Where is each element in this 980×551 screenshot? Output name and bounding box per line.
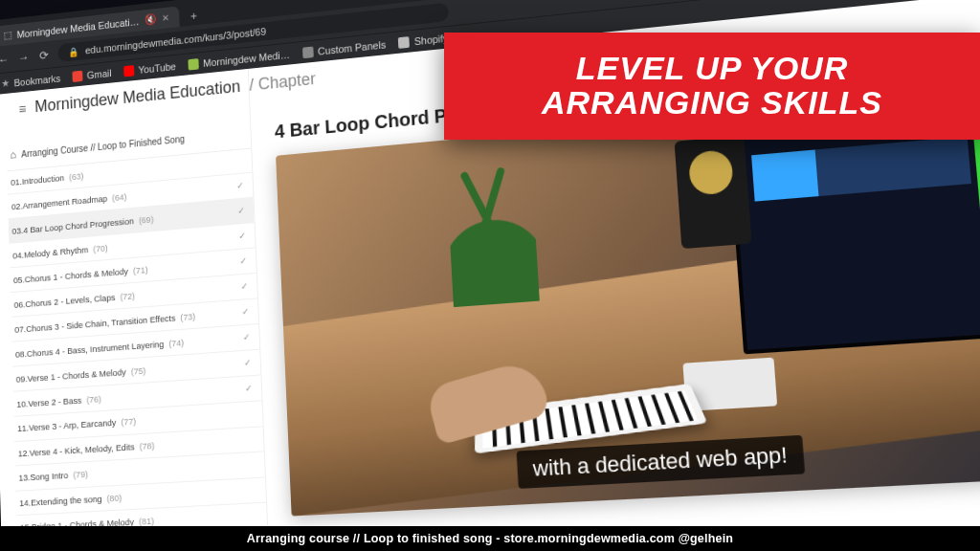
bookmark-item[interactable]: Gmail (72, 67, 111, 81)
bookmark-label: Bookmarks (13, 73, 60, 88)
banner-line1: Level up your (576, 52, 848, 86)
lesson-count: (70) (93, 242, 108, 253)
lesson-count: (81) (139, 516, 154, 527)
check-icon: ✓ (238, 231, 246, 242)
back-icon[interactable]: ← (0, 53, 10, 66)
lesson-count: (63) (69, 170, 83, 182)
lesson-count: (79) (73, 469, 88, 480)
tab-close-icon[interactable]: ✕ (162, 12, 169, 23)
lesson-count: (72) (120, 290, 135, 301)
tab-mute-icon[interactable]: 🔇 (145, 13, 157, 27)
lesson-sidebar: ⌂ Arranging Course // Loop to Finished S… (0, 69, 271, 551)
check-icon: ✓ (244, 358, 252, 369)
lesson-count: (69) (139, 213, 154, 225)
bookmark-favicon (123, 65, 134, 77)
check-icon: ✓ (242, 332, 250, 343)
bookmark-favicon (72, 70, 82, 81)
lesson-count: (74) (168, 337, 184, 348)
bookmark-label: Custom Panels (318, 38, 386, 56)
video-speaker (675, 135, 752, 249)
lesson-count: (78) (140, 440, 155, 452)
breadcrumb-text: Arranging Course // Loop to Finished Son… (21, 133, 185, 159)
bookmark-label: Gmail (87, 67, 112, 80)
home-icon[interactable]: ⌂ (10, 148, 16, 162)
lesson-count: (73) (180, 311, 195, 322)
check-icon: ✓ (239, 255, 247, 267)
bookmark-item[interactable]: Shopify (398, 32, 449, 48)
lesson-count: (80) (106, 492, 122, 503)
lesson-video[interactable]: with a dedicated web app! (276, 87, 980, 517)
check-icon: ✓ (236, 181, 244, 192)
check-icon: ✓ (245, 383, 253, 394)
bookmark-label: YouTube (138, 60, 176, 75)
new-tab-button[interactable]: ＋ (182, 5, 205, 26)
lesson-count: (71) (133, 264, 148, 276)
forward-icon[interactable]: → (17, 50, 30, 63)
lock-icon: 🔒 (68, 46, 78, 56)
lesson-count: (76) (86, 393, 101, 405)
bookmark-favicon (398, 36, 410, 49)
lesson-count: (64) (112, 191, 127, 203)
bookmark-item[interactable]: ★Bookmarks (1, 72, 60, 90)
bookmark-favicon (302, 46, 314, 58)
bookmarks-star-icon: ★ (1, 77, 10, 90)
bookmark-item[interactable]: YouTube (123, 60, 176, 77)
lesson-count: (77) (121, 416, 136, 428)
reload-icon[interactable]: ⟳ (37, 48, 50, 61)
check-icon: ✓ (241, 306, 249, 318)
footer-credit: Arranging course // Loop to finished son… (0, 526, 980, 551)
tab-favicon: ⬚ (3, 29, 11, 41)
lesson-count: (75) (131, 365, 146, 377)
menu-icon[interactable]: ≡ (19, 100, 27, 117)
video-plant (446, 147, 541, 308)
banner-line2: arranging skills (542, 86, 882, 121)
video-daw-screen (728, 108, 980, 355)
bookmark-favicon (188, 58, 198, 71)
promo-banner: Level up your arranging skills (444, 33, 980, 140)
check-icon: ✓ (240, 281, 248, 293)
check-icon: ✓ (237, 206, 245, 217)
